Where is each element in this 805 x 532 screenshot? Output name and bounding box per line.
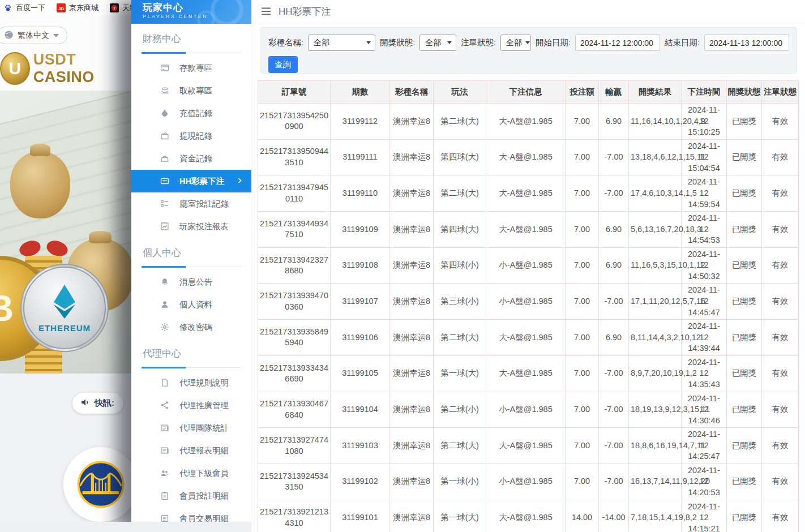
- brand-logo[interactable]: U USDT CASINO: [0, 51, 131, 86]
- cell-draw-result: 18,19,13,9,12,3,15,11: [629, 392, 682, 428]
- section-underline: [142, 364, 241, 368]
- cell-lottery-name: 澳洲幸运8: [390, 139, 434, 175]
- sidebar-item-hall-bet-records[interactable]: 廳室投註記錄: [131, 192, 251, 215]
- sidebar-item-agent-rules[interactable]: 代理規則說明: [131, 371, 251, 394]
- cell-bet-info: 小-A盤@1.985: [486, 464, 566, 500]
- sidebar-item-agent-report-detail[interactable]: 代理報表明細: [131, 439, 251, 462]
- start-date-input[interactable]: [575, 35, 660, 51]
- draw-status-select[interactable]: 全部: [419, 35, 456, 51]
- sidebar-item-withdraw[interactable]: 取款專區: [131, 79, 251, 102]
- sidebar-item-withdraw-records[interactable]: 提現記錄: [131, 125, 251, 147]
- share-icon: [160, 401, 169, 410]
- cell-win-loss: 6.90: [599, 247, 629, 284]
- sidebar-item-funds-records[interactable]: 資金記錄: [131, 147, 251, 170]
- brand-coin-icon: U: [0, 52, 30, 85]
- column-header-draw-result: 開獎結果: [629, 81, 682, 104]
- sidebar-item-change-password[interactable]: 修改密碼: [131, 316, 251, 338]
- sidebar-item-label: 玩家投注報表: [179, 221, 229, 232]
- globe-icon: [4, 30, 14, 41]
- sidebar-item-notices[interactable]: 消息公告: [131, 271, 251, 293]
- end-date-label: 結束日期:: [665, 37, 700, 48]
- table-body: 215217313954250090031199112澳洲幸运8第二球(大)大-…: [258, 104, 799, 532]
- sidebar-item-player-bet-report[interactable]: 玩家投注報表: [131, 215, 251, 238]
- cell-lottery-name: 澳洲幸运8: [390, 355, 434, 392]
- cell-bet-amount: 14.00: [566, 500, 599, 532]
- cell-issue: 31199102: [331, 464, 390, 500]
- cell-bet-amount: 7.00: [566, 392, 599, 428]
- cell-lottery-name: 澳洲幸运8: [390, 284, 434, 320]
- cell-bet-amount: 7.00: [566, 104, 599, 140]
- clipboard-icon: [160, 491, 169, 500]
- cell-play: 第二球(大): [434, 175, 486, 212]
- column-header-bet-amount: 投注額: [566, 81, 599, 104]
- hamburger-icon[interactable]: [261, 7, 271, 15]
- svg-text:T: T: [113, 6, 116, 11]
- person-icon: [160, 300, 169, 309]
- sidebar-item-hh-lottery-bets[interactable]: HH彩票下注: [131, 170, 251, 192]
- cell-order-no: 2152173139542500900: [258, 104, 331, 140]
- cell-draw-result: 7,18,15,1,4,19,8,2: [629, 500, 682, 532]
- cell-play: 第四球(大): [434, 212, 486, 248]
- sidebar-item-agent-promotion[interactable]: 代理推廣管理: [131, 394, 251, 417]
- sidebar-item-profile[interactable]: 個人資料: [131, 293, 251, 316]
- draw-status-value: 全部: [425, 38, 441, 48]
- cell-play: 第一球(小): [434, 464, 486, 500]
- sidebar-item-recharge-records[interactable]: 充值記錄: [131, 102, 251, 125]
- cell-bet-info: 大-A盤@1.985: [486, 104, 566, 140]
- cell-win-loss: -7.00: [599, 464, 629, 500]
- column-header-order-status: 注單狀態: [762, 81, 799, 104]
- end-date-input[interactable]: [704, 35, 789, 51]
- table-row: 215217313939470036031199107澳洲幸运8第三球(小)小-…: [258, 284, 799, 320]
- cell-issue: 31199106: [331, 320, 390, 356]
- table-row: 215217313947945011031199110澳洲幸运8第二球(大)大-…: [258, 175, 799, 212]
- checklist-icon: [160, 199, 169, 208]
- sidebar-item-label: 代理推廣管理: [179, 400, 229, 411]
- lottery-name-value: 全部: [314, 38, 329, 48]
- query-button[interactable]: 查詢: [268, 56, 298, 73]
- cell-draw-result: 13,18,4,6,12,1,15,11: [629, 139, 682, 175]
- table-row: 215217313933434669031199105澳洲幸运8第一球(大)大-…: [258, 355, 799, 392]
- cell-bet-info: 大-A盤@1.985: [486, 212, 566, 248]
- sidebar-item-deposit[interactable]: 存款專區: [131, 57, 251, 79]
- cell-win-loss: -7.00: [599, 392, 629, 428]
- ticket-icon: [160, 177, 169, 186]
- order-status-select[interactable]: 全部: [500, 35, 531, 51]
- bookmark-item[interactable]: JD京东商城: [57, 3, 99, 13]
- column-header-issue: 期數: [331, 81, 390, 104]
- cell-lottery-name: 澳洲幸运8: [390, 320, 434, 356]
- sidebar-item-label: 提現記錄: [179, 131, 212, 141]
- cell-play: 第二球(大): [434, 428, 486, 464]
- sidebar-item-label: 存款專區: [179, 63, 212, 74]
- bookmark-label: 京东商城: [69, 3, 99, 13]
- sidebar-item-agent-team-stats[interactable]: 代理團隊統計: [131, 417, 251, 439]
- cell-draw-status: 已開獎: [727, 320, 762, 356]
- cell-draw-status: 已開獎: [727, 355, 762, 392]
- bookmark-item[interactable]: T天猫: [110, 3, 131, 13]
- cell-play: 第一球(大): [434, 355, 486, 392]
- cell-order-no: 2152173139449347510: [258, 212, 331, 248]
- svg-text:JD: JD: [58, 6, 64, 11]
- page-title: HH彩票下注: [279, 5, 331, 18]
- bookmark-item[interactable]: 百度一下: [3, 3, 45, 13]
- sidebar-item-agent-sub-members[interactable]: 代理下級會員: [131, 462, 251, 484]
- cell-bet-info: 大-A盤@1.985: [486, 320, 566, 356]
- cell-order-status: 有效: [762, 284, 799, 320]
- sidebar-item-label: 代理團隊統計: [179, 423, 229, 434]
- cell-lottery-name: 澳洲幸运8: [390, 212, 434, 248]
- cell-lottery-name: 澳洲幸运8: [390, 500, 434, 532]
- cell-bet-info: 大-A盤@1.985: [486, 355, 566, 392]
- bookmarks-bar: 百度一下JD京东商城T天猫: [0, 0, 131, 16]
- section-title: 財務中心: [131, 24, 251, 48]
- lottery-name-select[interactable]: 全部: [308, 35, 375, 51]
- sidebar-item-label: 代理報表明細: [179, 445, 229, 456]
- language-selector[interactable]: 繁体中文: [0, 27, 67, 44]
- cell-lottery-name: 澳洲幸运8: [390, 392, 434, 428]
- cell-bet-info: 小-A盤@1.985: [486, 247, 566, 284]
- cell-draw-result: 17,1,11,20,12,5,7,16: [629, 284, 682, 320]
- sidebar-item-member-bet-detail[interactable]: 會員投註明細: [131, 484, 251, 507]
- cell-bet-info: 小-A盤@1.985: [486, 392, 566, 428]
- cell-bet-amount: 7.00: [566, 464, 599, 500]
- cell-play: 第二球(大): [434, 320, 486, 356]
- sidebar-item-label: 廳室投註記錄: [179, 199, 229, 209]
- cell-win-loss: 6.90: [599, 212, 629, 248]
